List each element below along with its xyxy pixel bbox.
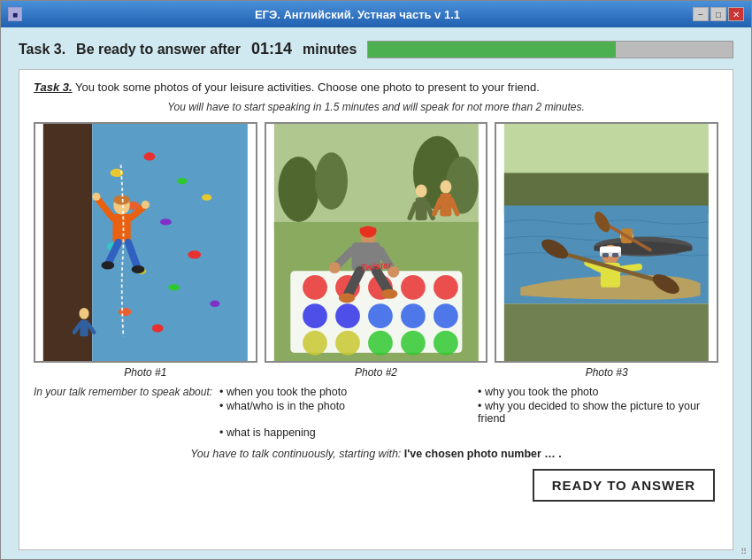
ready-text: Be ready to answer after <box>76 42 241 58</box>
svg-rect-63 <box>360 227 376 233</box>
task-bar: Task 3. Be ready to answer after 01:14 m… <box>19 36 733 62</box>
starting-phrase: I've chosen photo number … . <box>404 448 562 460</box>
svg-point-25 <box>92 193 100 201</box>
instruction-main: You took some photos of your leisure act… <box>73 81 540 94</box>
ready-to-answer-button[interactable]: READY TO ANSWER <box>533 469 715 502</box>
instruction-sub: You will have to start speaking in 1.5 m… <box>34 101 718 113</box>
svg-point-47 <box>434 303 458 328</box>
svg-point-52 <box>434 331 458 356</box>
window-controls: − □ ✕ <box>693 7 744 21</box>
svg-point-53 <box>415 184 426 197</box>
talk-point-2: • what/who is in the photo <box>219 400 460 425</box>
window-title: ЕГЭ. Английский. Устная часть v 1.1 <box>22 8 693 21</box>
svg-rect-58 <box>440 194 451 217</box>
svg-point-38 <box>303 275 327 300</box>
photo-item-1: Photo #1 <box>34 122 257 379</box>
titlebar: ■ ЕГЭ. Английский. Устная часть v 1.1 − … <box>1 1 751 27</box>
svg-point-34 <box>315 152 348 210</box>
svg-point-46 <box>401 303 426 328</box>
progress-bar <box>368 42 616 58</box>
photo-3-label: Photo #3 <box>586 366 628 379</box>
minimize-button[interactable]: − <box>693 7 709 21</box>
svg-point-15 <box>152 324 164 332</box>
starting-prompt: You have to talk continuously, starting … <box>190 448 401 460</box>
svg-point-23 <box>101 261 114 269</box>
svg-point-14 <box>210 301 219 307</box>
svg-point-72 <box>381 289 397 299</box>
photo-2-label: Photo #2 <box>355 366 397 379</box>
svg-point-27 <box>79 308 88 319</box>
timer-display: 01:14 <box>251 40 292 58</box>
talk-point-1: • when you took the photo <box>219 386 460 398</box>
svg-point-43 <box>303 303 327 328</box>
svg-point-51 <box>401 331 426 356</box>
main-window: ■ ЕГЭ. Английский. Устная часть v 1.1 − … <box>0 0 752 560</box>
close-button[interactable]: ✕ <box>728 7 744 21</box>
svg-point-42 <box>434 275 458 300</box>
talk-point-6 <box>478 426 718 439</box>
progress-container <box>367 41 733 58</box>
photo-3-frame <box>495 122 718 363</box>
photos-row: Photo #1 <box>34 122 718 379</box>
talk-intro: In your talk remember to speak about: <box>34 386 212 398</box>
talk-section: In your talk remember to speak about: • … <box>34 386 718 439</box>
task-number: Task 3. <box>19 42 65 58</box>
maximize-button[interactable]: □ <box>710 7 726 21</box>
svg-point-12 <box>168 284 180 290</box>
svg-rect-87 <box>612 253 618 257</box>
photo-item-2: Twister Photo #2 <box>265 122 488 379</box>
svg-point-49 <box>335 331 360 356</box>
talk-points: • when you took the photo • why you took… <box>219 386 718 439</box>
main-panel: Task 3. You took some photos of your lei… <box>19 69 733 550</box>
svg-point-48 <box>303 331 327 356</box>
talk-point-4: • why you took the photo <box>478 386 718 398</box>
svg-point-50 <box>368 331 393 356</box>
svg-point-41 <box>401 275 426 300</box>
talk-point-3: • what is happening <box>219 426 460 439</box>
svg-point-4 <box>143 152 155 160</box>
photo-1-label: Photo #1 <box>124 366 166 379</box>
svg-point-69 <box>328 262 340 273</box>
svg-rect-77 <box>504 303 709 361</box>
svg-point-26 <box>142 201 150 209</box>
photo-item-3: Photo #3 <box>495 122 718 379</box>
svg-point-10 <box>188 250 201 258</box>
resize-grip: ⠿ <box>740 547 747 556</box>
talk-point-5: • why you decided to show the picture to… <box>478 400 718 425</box>
task-ref: Task 3. <box>34 81 73 94</box>
content-area: Task 3. Be ready to answer after 01:14 m… <box>1 27 751 559</box>
photo-1-frame <box>34 122 257 363</box>
svg-point-71 <box>338 293 354 303</box>
svg-point-44 <box>335 303 360 328</box>
svg-point-45 <box>368 303 393 328</box>
bottom-row: READY TO ANSWER <box>34 469 718 502</box>
window-icon: ■ <box>8 7 22 21</box>
svg-point-33 <box>278 157 318 222</box>
svg-point-7 <box>160 219 172 225</box>
svg-point-57 <box>440 180 451 194</box>
svg-point-8 <box>202 194 211 200</box>
svg-point-24 <box>132 265 145 273</box>
svg-rect-86 <box>602 253 609 257</box>
svg-point-5 <box>177 178 187 184</box>
svg-rect-54 <box>415 197 426 220</box>
minutes-label: minutes <box>303 42 357 58</box>
instruction-title: Task 3. You took some photos of your lei… <box>34 81 718 94</box>
svg-point-13 <box>119 308 132 316</box>
starting-line: You have to talk continuously, starting … <box>34 448 718 460</box>
photo-2-frame: Twister <box>265 122 488 363</box>
svg-point-18 <box>113 195 129 204</box>
